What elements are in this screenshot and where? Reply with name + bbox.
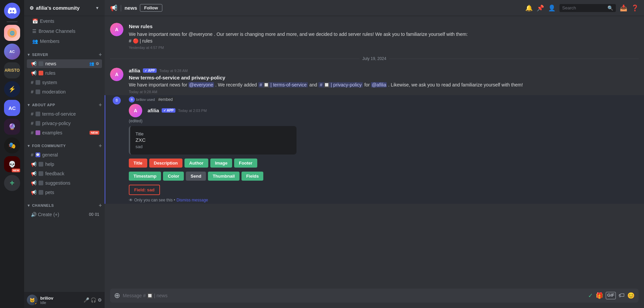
embed-btn-timestamp[interactable]: Timestamp	[129, 172, 161, 181]
category-channels-label: CHANNELS	[32, 203, 54, 207]
server-icon-7[interactable]: 💀 NEW	[4, 156, 20, 172]
hash-icon-examples: #	[31, 130, 34, 135]
embed-btn-color[interactable]: Color	[163, 172, 184, 181]
message-title: New rules	[129, 23, 639, 30]
channel-rules[interactable]: 📢 rules	[27, 69, 102, 77]
mute-icon[interactable]: 🎤	[84, 297, 89, 303]
embed-btn-description[interactable]: Description	[149, 159, 183, 168]
embed-btn-send[interactable]: Send	[186, 172, 206, 181]
msg2-body: We have important news for @everyone . W…	[129, 82, 639, 88]
message-author-2: afilia	[129, 68, 140, 73]
user-settings-icon[interactable]: ⚙	[98, 297, 102, 303]
help-icon[interactable]: ❓	[631, 4, 639, 12]
channel-general[interactable]: # 💬 general	[27, 150, 102, 159]
top-bar: 📢 | news Follow 🔔 📌 👤 🔍 📥 ❓	[105, 0, 644, 16]
channel-suggestions-label: suggestions	[45, 180, 70, 186]
category-server[interactable]: ▼ SERVER +	[24, 46, 105, 59]
tos-sub-icon	[36, 112, 40, 116]
server-icon-5[interactable]: 🔮	[4, 119, 20, 135]
rules-channel-link[interactable]: # 🔴 | rules	[129, 38, 152, 44]
embed-btn-title[interactable]: Title	[129, 159, 147, 168]
category-add-button-about[interactable]: +	[99, 102, 102, 108]
category-add-button-channels[interactable]: +	[99, 202, 102, 208]
msg2-mention-afilia[interactable]: @afilia	[371, 82, 387, 87]
embed-btn-fields[interactable]: Fields	[241, 172, 264, 181]
briliov-name: briliov used	[136, 98, 155, 102]
msg2-mention[interactable]: @everyone	[189, 82, 214, 87]
category-chevron-community: ▼	[27, 144, 31, 148]
sidebar-item-browse-channels[interactable]: ☰ Browse Channels	[27, 26, 102, 36]
embed-btn-field-sad[interactable]: Field: sad	[129, 185, 160, 195]
message-timestamp: Yesterday at 4:57 PM	[129, 46, 639, 50]
user-bar: 🐱 briliov Idle 🎤 🎧 ⚙	[24, 292, 105, 308]
embed-value-sad: sad	[136, 144, 291, 149]
embed-card: Title ZXC sad	[129, 126, 297, 155]
server-icon-2[interactable]: AC	[4, 44, 20, 60]
embed-btn-footer[interactable]: Footer	[234, 159, 257, 168]
server-icon-ac[interactable]: AC	[4, 100, 20, 116]
table-row: A New rules We have important news for @…	[105, 21, 644, 51]
embed-btn-author[interactable]: Author	[184, 159, 208, 168]
discord-home-icon[interactable]	[4, 3, 20, 19]
pp-link[interactable]: # 🔲 | privacy-policy	[318, 82, 363, 87]
message-input[interactable]	[123, 293, 585, 298]
channel-news[interactable]: 📢 news 👥 ⚙	[27, 59, 102, 68]
channel-help[interactable]: 📢 help	[27, 160, 102, 169]
channel-help-label: help	[45, 162, 54, 167]
add-attachment-icon[interactable]: ⊕	[114, 291, 120, 300]
category-for-community[interactable]: ▼ FOR COMMUNITY +	[24, 137, 105, 150]
follow-button[interactable]: Follow	[140, 4, 162, 12]
embed-value-title: ZXC	[136, 137, 291, 143]
gift-icon[interactable]: 🎁	[596, 292, 603, 299]
channel-system[interactable]: # system	[27, 78, 102, 87]
search-bar[interactable]: 🔍	[559, 4, 616, 12]
channel-feedback[interactable]: 📢 feedback	[27, 169, 102, 178]
channel-examples[interactable]: # examples NEW	[27, 128, 102, 137]
channel-suggestions[interactable]: 📢 suggestions	[27, 179, 102, 187]
category-about-app[interactable]: ▼ ABOUT APP +	[24, 97, 105, 109]
channel-general-label: general	[42, 152, 58, 158]
tos-link[interactable]: # 🔲 | terms-of-service	[258, 82, 308, 87]
msg2-title: New terms-of-service and privacy-policy	[129, 75, 639, 80]
server-name-bar[interactable]: ⚙ afilia's community ▼	[24, 0, 105, 16]
category-add-button-server[interactable]: +	[99, 52, 102, 58]
top-bar-right: 🔔 📌 👤 🔍 📥 ❓	[525, 4, 639, 12]
channel-moderation[interactable]: # moderation	[27, 87, 102, 96]
msg3-avatar: A	[129, 104, 142, 117]
server-icon-3[interactable]: ARiSTO	[4, 62, 20, 78]
notification-bell-icon[interactable]: 🔔	[525, 4, 533, 12]
add-member-icon[interactable]: 👤	[548, 4, 555, 12]
pp-sub-icon	[36, 121, 40, 126]
server-icon-1[interactable]: 🌐	[4, 25, 20, 41]
channel-privacy-policy[interactable]: # privacy-policy	[27, 119, 102, 128]
hash-icon-general: #	[31, 152, 34, 158]
dismiss-link[interactable]: Dismiss message	[176, 198, 208, 202]
search-input[interactable]	[562, 5, 605, 10]
server-icon-6[interactable]: 🎭	[4, 137, 20, 153]
emoji-icon[interactable]: 😊	[627, 292, 635, 299]
category-add-button-community[interactable]: +	[99, 143, 102, 149]
server-icon-4[interactable]: ⚡	[4, 81, 20, 97]
create-count-right: 01	[95, 212, 99, 217]
channel-moderation-label: moderation	[42, 89, 66, 95]
embed-btn-thumbnail[interactable]: Thumbnail	[208, 172, 239, 181]
msg3-app-badge: ✓ APP	[162, 108, 175, 113]
deafen-icon[interactable]: 🎧	[91, 297, 96, 303]
channel-create[interactable]: 🔊 Create (+) 00 01	[27, 210, 102, 219]
sidebar-item-events[interactable]: 📅 Events	[27, 16, 102, 26]
embed-btn-image[interactable]: Image	[210, 159, 232, 168]
msg2-timestamp: Today at 9:28 AM	[129, 90, 639, 94]
inbox-icon[interactable]: 📥	[620, 4, 627, 12]
add-server-icon[interactable]: +	[4, 175, 20, 191]
sidebar-item-members[interactable]: 👥 Members	[27, 37, 102, 46]
mention-everyone[interactable]: @everyone	[189, 32, 213, 37]
verified-icon[interactable]: ✓	[588, 292, 593, 299]
gif-icon[interactable]: GIF	[606, 292, 616, 299]
category-channels[interactable]: ▼ CHANNELS +	[24, 197, 105, 210]
news-gear-icon[interactable]: ⚙	[96, 61, 99, 66]
message-header-2: afilia ✓ APP Today at 9:28 AM	[129, 68, 639, 73]
channel-terms-of-service[interactable]: # terms-of-service	[27, 110, 102, 118]
pin-icon[interactable]: 📌	[537, 4, 544, 12]
channel-pets[interactable]: 📢 pets	[27, 188, 102, 197]
sticker-icon[interactable]: 🏷	[619, 292, 625, 299]
